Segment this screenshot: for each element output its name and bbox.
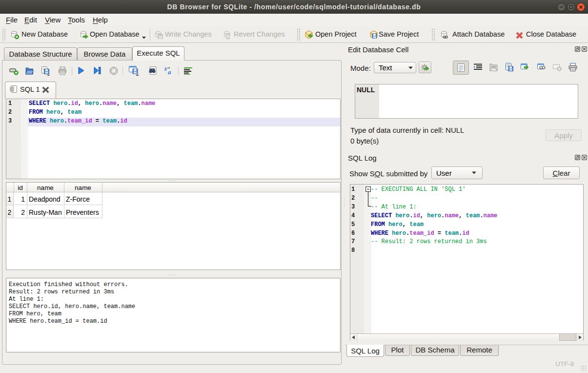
svg-text:a: a — [168, 68, 171, 75]
svg-text:b: b — [164, 66, 167, 72]
